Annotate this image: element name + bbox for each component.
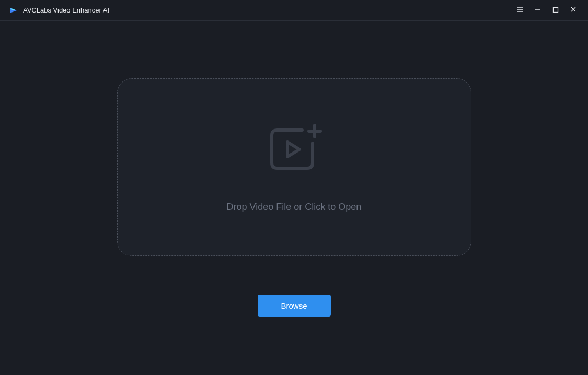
drop-zone[interactable]: Drop Video File or Click to Open <box>117 78 471 256</box>
minimize-button[interactable] <box>529 2 546 19</box>
app-logo-icon <box>8 5 19 16</box>
close-button[interactable] <box>565 2 582 19</box>
video-add-icon <box>266 122 323 177</box>
maximize-icon <box>552 6 559 15</box>
browse-button-label: Browse <box>281 301 307 310</box>
titlebar: AVCLabs Video Enhancer AI <box>0 0 588 21</box>
titlebar-controls <box>512 2 582 19</box>
drop-zone-text: Drop Video File or Click to Open <box>227 202 362 213</box>
browse-button[interactable]: Browse <box>258 295 331 317</box>
minimize-icon <box>534 6 541 15</box>
main-area: Drop Video File or Click to Open Browse <box>0 21 588 375</box>
close-icon <box>570 6 577 15</box>
menu-icon <box>516 6 524 15</box>
menu-button[interactable] <box>512 2 528 19</box>
app-title: AVCLabs Video Enhancer AI <box>23 6 109 14</box>
titlebar-left: AVCLabs Video Enhancer AI <box>8 5 109 16</box>
svg-rect-4 <box>554 7 558 12</box>
maximize-button[interactable] <box>547 2 564 19</box>
